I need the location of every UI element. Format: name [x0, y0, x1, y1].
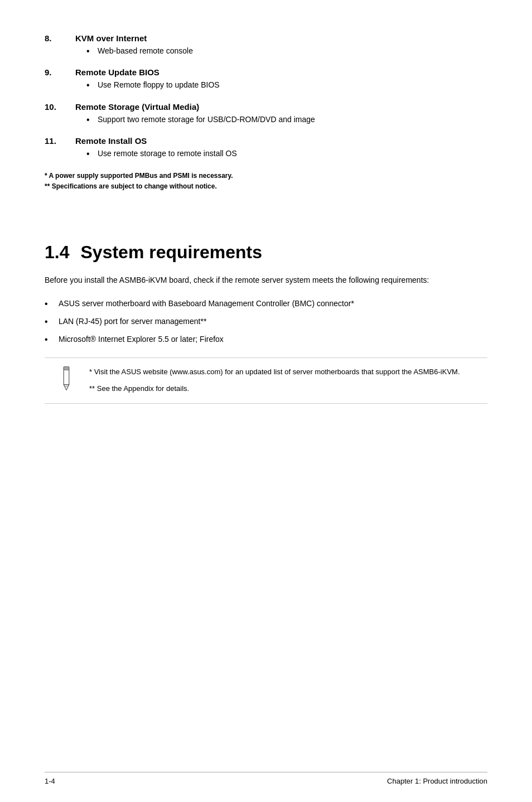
req-bullet-1: • [45, 315, 59, 328]
chapter-section: 1.4 System requirements Before you insta… [45, 242, 487, 404]
page-container: 8.KVM over Internet•Web-based remote con… [0, 0, 532, 802]
note-item-1: * Visit the ASUS website (www.asus.com) … [89, 366, 460, 378]
footnote-1: * A power supply supported PMBus and PSM… [45, 171, 487, 181]
bullet-item-1-0: •Use Remote floppy to update BIOS [86, 79, 487, 91]
section-number-1: 9. [45, 67, 75, 77]
section-number-2: 10. [45, 102, 75, 112]
bullet-item-0-0: •Web-based remote console [86, 45, 487, 57]
bullet-item-3-0: •Use remote storage to remote install OS [86, 148, 487, 160]
req-item-2: •Microsoft® Internet Explorer 5.5 or lat… [45, 333, 487, 346]
section-heading-1: Remote Update BIOS [75, 67, 159, 77]
bullet-text-2-0: Support two remote storage for USB/CD-RO… [98, 114, 315, 125]
requirements-list: •ASUS server motherboard with Baseboard … [45, 297, 487, 346]
req-text-2: Microsoft® Internet Explorer 5.5 or late… [59, 333, 224, 345]
req-item-0: •ASUS server motherboard with Baseboard … [45, 297, 487, 311]
note-box: * Visit the ASUS website (www.asus.com) … [45, 357, 487, 403]
page-footer: 1-4 Chapter 1: Product introduction [45, 772, 487, 785]
footnotes: * A power supply supported PMBus and PSM… [45, 171, 487, 192]
note-content: * Visit the ASUS website (www.asus.com) … [89, 366, 460, 395]
section-heading-3: Remote Install OS [75, 136, 147, 146]
footnote-2: ** Specifications are subject to change … [45, 181, 487, 192]
bullet-item-2-0: •Support two remote storage for USB/CD-R… [86, 114, 487, 126]
section-0: 8.KVM over Internet•Web-based remote con… [45, 33, 487, 57]
section-number-3: 11. [45, 136, 75, 146]
sections-container: 8.KVM over Internet•Web-based remote con… [45, 33, 487, 161]
bullet-text-3-0: Use remote storage to remote install OS [98, 148, 237, 160]
req-bullet-2: • [45, 333, 59, 346]
svg-rect-2 [64, 367, 69, 370]
section-heading-0: KVM over Internet [75, 33, 147, 43]
note-icon [52, 366, 80, 393]
section-title-0: 8.KVM over Internet [45, 33, 487, 43]
section-2: 10.Remote Storage (Virtual Media)•Suppor… [45, 102, 487, 126]
svg-marker-1 [64, 385, 69, 390]
bullet-dot-2-0: • [86, 114, 98, 126]
chapter-intro: Before you install the ASMB6-iKVM board,… [45, 274, 487, 286]
req-item-1: •LAN (RJ-45) port for server management*… [45, 315, 487, 328]
bullet-dot-0-0: • [86, 45, 98, 57]
chapter-number: 1.4 [45, 242, 69, 263]
footer-page: 1-4 [45, 777, 55, 785]
section-heading-2: Remote Storage (Virtual Media) [75, 102, 199, 112]
bullet-text-0-0: Web-based remote console [98, 45, 193, 57]
bullet-text-1-0: Use Remote floppy to update BIOS [98, 79, 220, 91]
pencil-icon [53, 366, 80, 393]
req-bullet-0: • [45, 297, 59, 311]
section-1: 9.Remote Update BIOS•Use Remote floppy t… [45, 67, 487, 91]
section-number-0: 8. [45, 33, 75, 43]
bullet-dot-1-0: • [86, 79, 98, 91]
section-title-2: 10.Remote Storage (Virtual Media) [45, 102, 487, 112]
req-text-1: LAN (RJ-45) port for server management** [59, 315, 206, 327]
chapter-heading: System requirements [80, 242, 262, 263]
section-title-1: 9.Remote Update BIOS [45, 67, 487, 77]
section-title-3: 11.Remote Install OS [45, 136, 487, 146]
chapter-title: 1.4 System requirements [45, 242, 487, 263]
footer-chapter: Chapter 1: Product introduction [387, 777, 487, 785]
note-item-2: ** See the Appendix for details. [89, 383, 460, 395]
section-3: 11.Remote Install OS•Use remote storage … [45, 136, 487, 160]
req-text-0: ASUS server motherboard with Baseboard M… [59, 297, 354, 310]
bullet-dot-3-0: • [86, 148, 98, 160]
